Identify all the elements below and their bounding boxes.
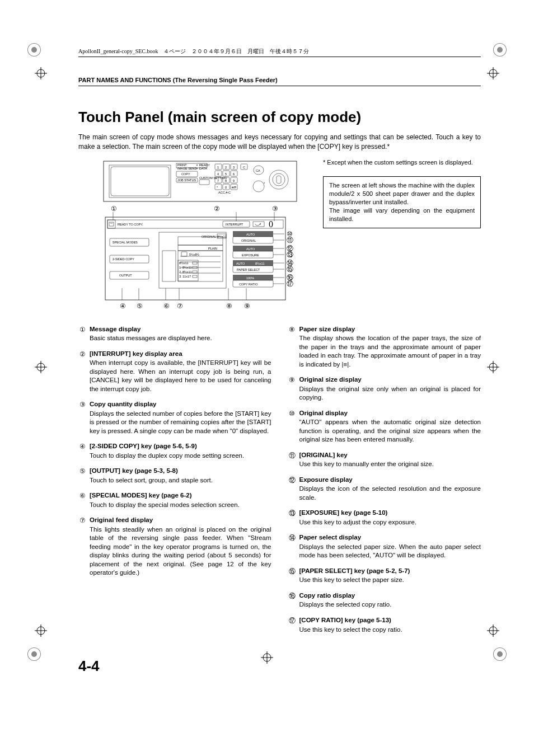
svg-line-102 — [216, 212, 236, 221]
svg-text:2-SIDED COPY: 2-SIDED COPY — [113, 257, 134, 261]
svg-text:INTERRUPT: INTERRUPT — [226, 223, 243, 226]
description-item: ⑨Original size displayDisplays the origi… — [288, 375, 481, 402]
item-title: Message display — [90, 326, 140, 332]
svg-text:6: 6 — [233, 172, 235, 176]
svg-text:DATA: DATA — [199, 167, 207, 170]
description-item: ⑧Paper size displayThe display shows the… — [288, 325, 481, 369]
item-title: [COPY RATIO] key (page 5-13) — [299, 617, 391, 623]
svg-text:JOB STATUS: JOB STATUS — [177, 179, 196, 182]
svg-text:#/P: #/P — [232, 186, 237, 189]
svg-point-46 — [273, 173, 285, 186]
item-number: ⑤ — [78, 467, 86, 476]
svg-text:*: * — [217, 186, 218, 189]
right-column: ⑧Paper size displayThe display shows the… — [288, 325, 481, 641]
item-body: Use this key to select the copy ratio. — [299, 626, 481, 635]
svg-text:⑥: ⑥ — [163, 302, 170, 310]
svg-text:2: 2 — [225, 166, 227, 169]
item-title: Original size display — [299, 376, 362, 383]
footnote-custom-settings: * Except when the custom settings screen… — [323, 158, 481, 167]
item-number: ⑨ — [288, 375, 296, 384]
description-item: ⑩Original display"AUTO" appears when the… — [288, 409, 481, 444]
crop-crosshair-icon — [261, 651, 273, 664]
registration-mark-icon — [490, 40, 509, 59]
section-head: PART NAMES AND FUNCTIONS (The Reversing … — [78, 77, 481, 86]
svg-text:ACC.#-C: ACC.#-C — [218, 191, 231, 194]
item-title: Original display — [299, 410, 348, 416]
item-body: Displays the selected paper size. When t… — [299, 543, 481, 560]
svg-text:⑧: ⑧ — [226, 302, 232, 310]
page-title: Touch Panel (main screen of copy mode) — [78, 109, 481, 126]
svg-point-47 — [253, 181, 264, 192]
svg-text:9: 9 — [233, 179, 235, 182]
item-number: ⑪ — [288, 451, 296, 460]
svg-text:3.: 3. — [179, 275, 182, 278]
item-title: [2-SIDED COPY] key (page 5-6, 5-9) — [90, 443, 197, 449]
item-title: Exposure display — [299, 476, 353, 483]
item-body: Displays the selected copy ratio. — [299, 600, 481, 609]
svg-text:AUTO: AUTO — [236, 262, 245, 265]
item-title: [PAPER SELECT] key (page 5-2, 5-7) — [299, 567, 410, 574]
description-item: ⑰[COPY RATIO] key (page 5-13)Use this ke… — [288, 616, 481, 634]
item-title: [OUTPUT] key (page 5-3, 5-8) — [90, 467, 178, 474]
svg-point-144 — [497, 651, 503, 657]
svg-text:①: ① — [111, 205, 117, 213]
svg-text:100%: 100% — [246, 276, 254, 280]
item-body: Touch to select sort, group, and staple … — [90, 476, 271, 485]
svg-text:8½x11: 8½x11 — [217, 235, 227, 238]
svg-text:0: 0 — [269, 219, 273, 229]
item-body: This lights steadily when an original is… — [90, 525, 271, 577]
item-body: The display shows the location of the pa… — [299, 334, 481, 369]
svg-rect-77 — [193, 262, 197, 264]
description-item: ①Message displayBasic status messages ar… — [78, 325, 271, 343]
item-number: ③ — [78, 400, 86, 409]
registration-mark-icon — [25, 645, 44, 664]
item-title: Original feed display — [90, 516, 153, 523]
item-number: ⑬ — [288, 509, 296, 518]
item-number: ⑫ — [288, 476, 296, 485]
item-body: When interrupt copy is available, the [I… — [90, 359, 271, 393]
item-title: [INTERRUPT] key display area — [90, 350, 182, 357]
svg-rect-80 — [193, 275, 197, 278]
svg-text:④: ④ — [120, 302, 126, 310]
svg-rect-79 — [193, 271, 197, 273]
description-item: ⑯Copy ratio displayDisplays the selected… — [288, 591, 481, 609]
page-number: 4-4 — [78, 658, 481, 675]
svg-text:⑨: ⑨ — [244, 302, 250, 310]
item-title: Copy ratio display — [299, 592, 355, 599]
item-number: ⑦ — [78, 516, 86, 525]
item-title: Paper select display — [299, 534, 362, 541]
svg-text:COPY RATIO: COPY RATIO — [239, 283, 258, 286]
svg-text:*: * — [264, 182, 265, 185]
crop-crosshair-icon — [35, 67, 47, 79]
item-body: "AUTO" appears when the automatic origin… — [299, 418, 481, 444]
svg-text:②: ② — [214, 205, 220, 213]
svg-text:8½x11: 8½x11 — [179, 261, 189, 265]
book-running-head: ApollonII_general-copy_SEC.book ４ページ ２００… — [78, 48, 481, 57]
item-body: Displays the icon of the selected resolu… — [299, 485, 481, 502]
svg-rect-67 — [181, 252, 187, 256]
item-number: ⑯ — [288, 591, 296, 600]
svg-text:PAPER SELECT: PAPER SELECT — [237, 268, 260, 271]
svg-rect-2 — [111, 167, 169, 196]
crop-crosshair-icon — [35, 361, 47, 373]
intro-paragraph: The main screen of copy mode shows messa… — [78, 133, 481, 152]
item-title: Paper size display — [299, 326, 355, 332]
svg-text:⑮: ⑮ — [287, 265, 293, 273]
svg-text:⑤: ⑤ — [137, 302, 143, 310]
item-number: ⑧ — [288, 325, 296, 334]
description-item: ⑥[SPECIAL MODES] key (page 6-2)Touch to … — [78, 491, 271, 509]
description-item: ⑤[OUTPUT] key (page 5-3, 5-8)Touch to se… — [78, 467, 271, 485]
svg-text:11x17: 11x17 — [182, 275, 191, 278]
svg-text:8: 8 — [225, 179, 227, 182]
svg-text:⑰: ⑰ — [287, 280, 293, 288]
svg-text:IMAGE SEND: IMAGE SEND — [177, 167, 197, 170]
item-number: ② — [78, 350, 86, 359]
svg-rect-1 — [109, 165, 171, 198]
svg-text:1: 1 — [217, 166, 219, 169]
svg-text:CA: CA — [256, 169, 260, 172]
item-body: Use this key to select the paper size. — [299, 576, 481, 585]
description-item: ⑬[EXPOSURE] key (page 5-10)Use this key … — [288, 509, 481, 527]
item-body: Basic status messages are displayed here… — [90, 334, 271, 343]
item-number: ⑩ — [288, 409, 296, 418]
svg-text:AUTO: AUTO — [246, 247, 255, 251]
